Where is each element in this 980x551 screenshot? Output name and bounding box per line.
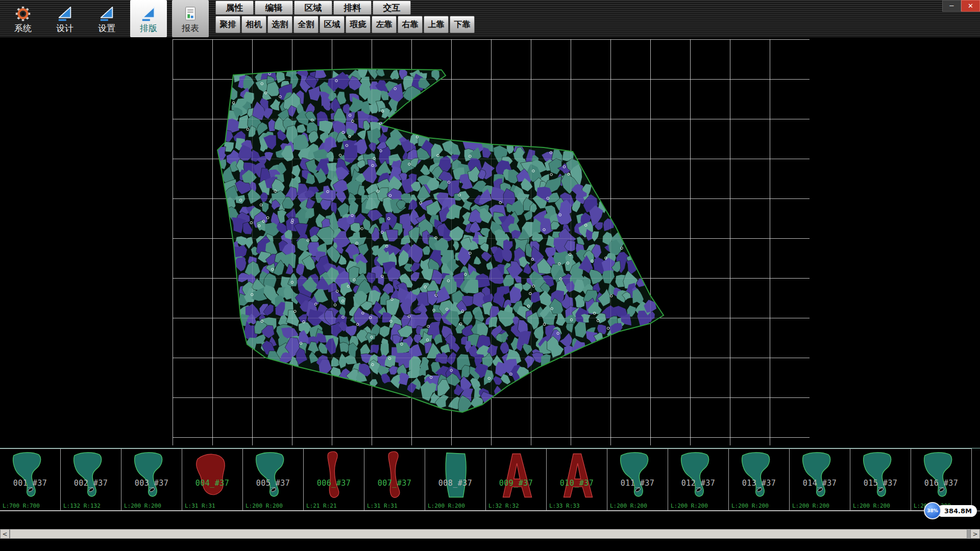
- piece-shape: [65, 449, 116, 502]
- piece-id-label: 003_#37: [121, 479, 182, 488]
- scroll-left-button[interactable]: <: [0, 529, 10, 539]
- piece-shape: [733, 449, 785, 502]
- ribbon-tab-排版[interactable]: 排版: [130, 0, 167, 37]
- piece-lr-count: L:200 R:200: [792, 503, 829, 509]
- triangle-icon: [99, 5, 115, 23]
- piece-lr-count: L:700 R:700: [3, 503, 40, 509]
- ribbon-tab-bar: 系统 设计 设置 排版 报表: [2, 0, 211, 37]
- menu-tab-row: 属性编辑区域排料交互: [215, 1, 475, 15]
- memory-usage: 384.8M: [937, 505, 977, 517]
- ribbon-tab-设置[interactable]: 设置: [88, 0, 125, 37]
- tool-button-瑕疵[interactable]: 瑕疵: [346, 16, 371, 33]
- piece-thumbnail-002_#37[interactable]: 002_#37 L:132 R:132: [60, 448, 121, 511]
- piece-id-label: 004_#37: [182, 479, 242, 488]
- progress-indicator: 38%: [924, 502, 941, 519]
- tool-button-聚排[interactable]: 聚排: [215, 16, 240, 33]
- piece-shape: [612, 449, 663, 502]
- piece-thumbnail-001_#37[interactable]: 001_#37 L:700 R:700: [0, 448, 61, 511]
- piece-thumbnail-009_#37[interactable]: 009_#37 L:32 R:32: [485, 448, 547, 511]
- ribbon-tab-系统[interactable]: 系统: [5, 0, 41, 37]
- piece-id-label: 011_#37: [607, 479, 668, 488]
- piece-lr-count: L:200 R:200: [853, 503, 890, 509]
- window-controls: ─ ✕: [942, 0, 980, 12]
- tool-button-区域[interactable]: 区域: [320, 16, 345, 33]
- piece-shape: [855, 449, 906, 502]
- piece-id-label: 001_#37: [0, 479, 60, 488]
- piece-thumbnail-012_#37[interactable]: 012_#37 L:200 R:200: [668, 448, 729, 511]
- piece-shape: [794, 449, 845, 502]
- ribbon-tab-报表[interactable]: 报表: [172, 0, 209, 37]
- tab-label: 设计: [56, 24, 74, 33]
- piece-id-label: 002_#37: [61, 479, 121, 488]
- tool-button-下靠[interactable]: 下靠: [450, 16, 475, 33]
- tool-button-右靠[interactable]: 右靠: [398, 16, 423, 33]
- menu-tab-属性[interactable]: 属性: [215, 1, 254, 15]
- tab-label: 报表: [182, 24, 199, 33]
- tab-label: 排版: [140, 24, 157, 33]
- piece-thumbnail-007_#37[interactable]: 007_#37 L:31 R:31: [364, 448, 425, 511]
- piece-id-label: 010_#37: [547, 479, 607, 488]
- scrollbar-thumb[interactable]: [10, 529, 967, 539]
- piece-shape: [491, 449, 542, 502]
- piece-shape: [308, 449, 359, 502]
- menu-tab-编辑[interactable]: 编辑: [255, 1, 293, 15]
- piece-shape: [551, 449, 602, 502]
- tool-button-全割[interactable]: 全割: [293, 16, 318, 33]
- piece-shape: [187, 449, 238, 502]
- menu-tab-交互[interactable]: 交互: [373, 1, 411, 15]
- menu-stack: 属性编辑区域排料交互 聚排相机选割全割区域瑕疵左靠右靠上靠下靠: [215, 0, 475, 33]
- piece-id-label: 012_#37: [668, 479, 728, 488]
- piece-lr-count: L:200 R:200: [671, 503, 708, 509]
- piece-id-label: 013_#37: [729, 479, 789, 488]
- piece-shape: [673, 449, 724, 502]
- tool-button-上靠[interactable]: 上靠: [424, 16, 449, 33]
- tool-button-左靠[interactable]: 左靠: [372, 16, 397, 33]
- piece-lr-count: L:200 R:200: [124, 503, 161, 509]
- piece-lr-count: L:32 R:32: [488, 503, 519, 509]
- nesting-canvas[interactable]: [173, 39, 810, 445]
- piece-thumbnail-006_#37[interactable]: 006_#37 L:21 R:21: [303, 448, 364, 511]
- piece-lr-count: L:200 R:200: [428, 503, 465, 509]
- piece-thumbnail-005_#37[interactable]: 005_#37 L:200 R:200: [242, 448, 304, 511]
- piece-id-label: 014_#37: [790, 479, 850, 488]
- piece-thumbnail-011_#37[interactable]: 011_#37 L:200 R:200: [607, 448, 668, 511]
- gear-icon: [15, 5, 31, 23]
- piece-lr-count: L:31 R:31: [185, 503, 215, 509]
- scroll-right-button[interactable]: >: [970, 529, 980, 539]
- piece-shape: [916, 449, 967, 502]
- minimize-button[interactable]: ─: [942, 0, 961, 12]
- tool-button-选割[interactable]: 选割: [267, 16, 292, 33]
- piece-thumbnail-015_#37[interactable]: 015_#37 L:200 R:200: [850, 448, 911, 511]
- close-button[interactable]: ✕: [961, 0, 980, 12]
- piece-thumbnail-strip: 001_#37 L:700 R:700 002_#37 L:132 R:132 …: [0, 448, 980, 511]
- piece-thumbnail-013_#37[interactable]: 013_#37 L:200 R:200: [728, 448, 790, 511]
- piece-id-label: 009_#37: [486, 479, 546, 488]
- piece-lr-count: L:21 R:21: [306, 503, 337, 509]
- piece-thumbnail-016_#37[interactable]: 016_#37 L:200 R:200: [911, 448, 972, 511]
- report-icon: [182, 5, 199, 23]
- piece-thumbnail-004_#37[interactable]: 004_#37 L:31 R:31: [182, 448, 243, 511]
- horizontal-scrollbar[interactable]: < >: [0, 529, 980, 539]
- piece-lr-count: L:33 R:33: [549, 503, 580, 509]
- piece-id-label: 016_#37: [911, 479, 971, 488]
- piece-shape: [430, 449, 481, 502]
- piece-id-label: 007_#37: [364, 479, 425, 488]
- piece-thumbnail-010_#37[interactable]: 010_#37 L:33 R:33: [546, 448, 607, 511]
- piece-thumbnail-008_#37[interactable]: 008_#37 L:200 R:200: [425, 448, 486, 511]
- piece-thumbnail-014_#37[interactable]: 014_#37 L:200 R:200: [789, 448, 850, 511]
- menu-tab-区域[interactable]: 区域: [294, 1, 332, 15]
- tab-label: 系统: [14, 24, 32, 33]
- piece-lr-count: L:31 R:31: [367, 503, 398, 509]
- menu-tab-排料[interactable]: 排料: [333, 1, 372, 15]
- piece-id-label: 008_#37: [425, 479, 485, 488]
- piece-lr-count: L:200 R:200: [246, 503, 283, 509]
- piece-shape: [248, 449, 299, 502]
- tool-button-相机[interactable]: 相机: [241, 16, 266, 33]
- piece-lr-count: L:132 R:132: [63, 503, 101, 509]
- ribbon-tab-设计[interactable]: 设计: [46, 0, 83, 37]
- piece-shape: [126, 449, 177, 502]
- titlebar: 系统 设计 设置 排版 报表 属性编辑区域排料交互 聚排相机选割全割区域瑕疵左靠…: [0, 0, 980, 37]
- piece-id-label: 015_#37: [850, 479, 911, 488]
- status-badge: 38% 384.8M: [924, 502, 977, 519]
- piece-thumbnail-003_#37[interactable]: 003_#37 L:200 R:200: [121, 448, 182, 511]
